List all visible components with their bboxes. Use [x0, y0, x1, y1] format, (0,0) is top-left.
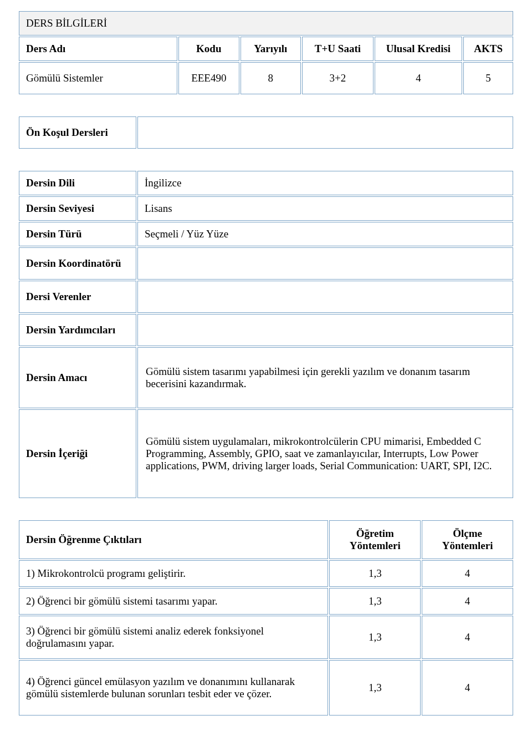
- outcome-teaching: 1,3: [329, 616, 421, 659]
- outcome-assessment: 4: [422, 588, 513, 615]
- outcomes-header-outcome: Dersin Öğrenme Çıktıları: [19, 520, 328, 559]
- course-row: Gömülü Sistemler EEE490 8 3+2 4 5: [19, 62, 513, 94]
- outcome-assessment: 4: [422, 560, 513, 587]
- type-label: Dersin Türü: [19, 222, 136, 246]
- content-value: Gömülü sistem uygulamaları, mikrokontrol…: [137, 409, 513, 498]
- course-info-table: DERS BİLGİLERİ Ders Adı Kodu Yarıyılı T+…: [18, 10, 514, 95]
- assistants-value: [137, 314, 513, 346]
- course-ects: 5: [463, 62, 513, 94]
- outcome-assessment: 4: [422, 616, 513, 659]
- outcome-text: 1) Mikrokontrolcü programı geliştirir.: [19, 560, 328, 587]
- outcomes-table: Dersin Öğrenme Çıktıları Öğretim Yönteml…: [18, 519, 514, 717]
- instructors-label: Dersi Verenler: [19, 281, 136, 313]
- header-code: Kodu: [178, 37, 239, 61]
- language-label: Dersin Dili: [19, 171, 136, 195]
- outcome-teaching: 1,3: [329, 660, 421, 716]
- course-code: EEE490: [178, 62, 239, 94]
- level-value: Lisans: [137, 196, 513, 221]
- outcome-teaching: 1,3: [329, 560, 421, 587]
- content-label: Dersin İçeriği: [19, 409, 136, 498]
- header-hours: T+U Saati: [302, 37, 374, 61]
- header-name: Ders Adı: [19, 37, 177, 61]
- outcomes-header-assessment: Ölçme Yöntemleri: [422, 520, 513, 559]
- outcomes-header-teaching: Öğretim Yöntemleri: [329, 520, 421, 559]
- outcome-row: 2) Öğrenci bir gömülü sistemi tasarımı y…: [19, 588, 513, 615]
- outcome-assessment: 4: [422, 660, 513, 716]
- header-semester: Yarıyılı: [241, 37, 301, 61]
- outcome-text: 4) Öğrenci güncel emülasyon yazılım ve d…: [19, 660, 328, 716]
- course-hours: 3+2: [302, 62, 374, 94]
- language-value: İngilizce: [137, 171, 513, 195]
- coordinator-value: [137, 247, 513, 280]
- course-name: Gömülü Sistemler: [19, 62, 177, 94]
- details-table: Dersin Dili İngilizce Dersin Seviyesi Li…: [18, 170, 514, 499]
- assistants-label: Dersin Yardımcıları: [19, 314, 136, 346]
- outcome-text: 3) Öğrenci bir gömülü sistemi analiz ede…: [19, 616, 328, 659]
- course-semester: 8: [241, 62, 301, 94]
- instructors-value: [137, 281, 513, 313]
- header-ects: AKTS: [463, 37, 513, 61]
- header-national-credit: Ulusal Kredisi: [375, 37, 462, 61]
- outcome-row: 3) Öğrenci bir gömülü sistemi analiz ede…: [19, 616, 513, 659]
- prereq-value: [137, 116, 513, 149]
- outcome-row: 4) Öğrenci güncel emülasyon yazılım ve d…: [19, 660, 513, 716]
- aim-value: Gömülü sistem tasarımı yapabilmesi için …: [137, 347, 513, 408]
- outcome-text: 2) Öğrenci bir gömülü sistemi tasarımı y…: [19, 588, 328, 615]
- aim-label: Dersin Amacı: [19, 347, 136, 408]
- coordinator-label: Dersin Koordinatörü: [19, 247, 136, 280]
- level-label: Dersin Seviyesi: [19, 196, 136, 221]
- course-national-credit: 4: [375, 62, 462, 94]
- type-value: Seçmeli / Yüz Yüze: [137, 222, 513, 246]
- prereq-table: Ön Koşul Dersleri: [18, 115, 514, 150]
- prereq-label: Ön Koşul Dersleri: [19, 116, 136, 149]
- outcome-teaching: 1,3: [329, 588, 421, 615]
- outcome-row: 1) Mikrokontrolcü programı geliştirir. 1…: [19, 560, 513, 587]
- course-info-title: DERS BİLGİLERİ: [19, 11, 513, 35]
